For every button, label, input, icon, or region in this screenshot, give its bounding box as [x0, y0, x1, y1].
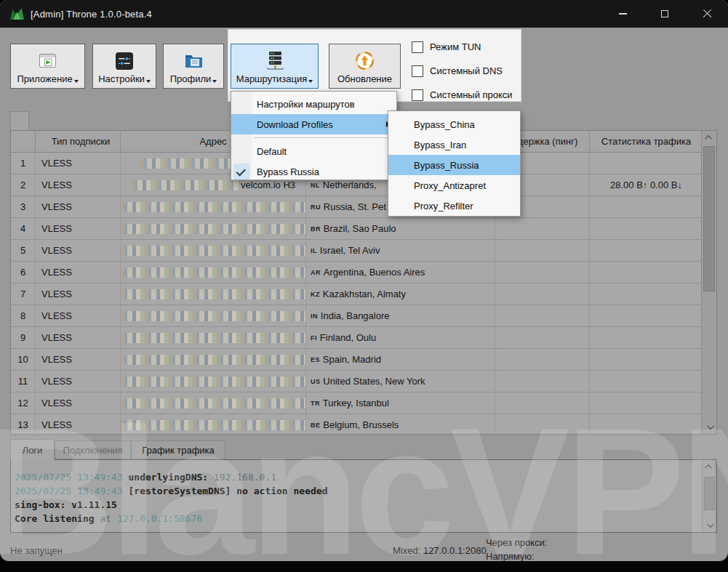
- cell-type: VLESS: [36, 174, 121, 196]
- toolbar-button-update[interactable]: Обновление: [329, 44, 401, 89]
- profiles-submenu: Bypass_ChinaBypass_IranBypass_RussiaProx…: [388, 110, 521, 217]
- chevron-up-icon: [705, 464, 712, 472]
- app-window: [Admin] Throne 1.0.0-beta.4 ПриложениеНа…: [0, 0, 728, 561]
- toolbar-button-settings[interactable]: Настройки: [92, 44, 156, 89]
- table-row[interactable]: 10VLESSESSpain, Madrid: [11, 349, 716, 371]
- minimize-button[interactable]: [601, 0, 644, 28]
- cell-type: VLESS: [36, 305, 121, 326]
- cell-address: [121, 196, 306, 217]
- cell-num: 1: [11, 153, 36, 174]
- cell-traffic: [590, 240, 703, 261]
- cell-num: 8: [11, 305, 36, 326]
- cell-traffic: [590, 414, 703, 435]
- table-row[interactable]: 5VLESSILIsrael, Tel Aviv: [11, 240, 716, 262]
- column-header-num[interactable]: [11, 131, 36, 152]
- scroll-down-button[interactable]: [702, 420, 716, 434]
- submenu-item-proxy_antizapret[interactable]: Proxy_Antizapret: [388, 175, 520, 196]
- log-line: 2025/07/25 13:49:43 [restoreSystemDNS] n…: [15, 484, 327, 498]
- blurred-address: [121, 246, 305, 256]
- cell-type: VLESS: [36, 327, 121, 348]
- country-name: Spain, Madrid: [323, 354, 381, 365]
- log-scroll-down-button[interactable]: [703, 518, 716, 532]
- chevron-down-icon: [706, 422, 713, 430]
- sliders-icon: [115, 48, 134, 73]
- table-row[interactable]: 11VLESSUSUnited States, New York: [11, 371, 716, 392]
- submenu-item-bypass_china[interactable]: Bypass_China: [388, 114, 520, 134]
- checkbox-tun[interactable]: Режим TUN: [404, 35, 521, 59]
- menu-item-bypass-russia[interactable]: Bypass Russia: [231, 161, 396, 182]
- dropdown-caret-icon: [308, 80, 313, 83]
- table-row[interactable]: 8VLESSINIndia, Bangalore: [11, 305, 716, 327]
- close-button[interactable]: [686, 0, 728, 28]
- table-row[interactable]: 12VLESSTRTurkey, Istanbul: [11, 392, 716, 414]
- menu-item-download-profiles[interactable]: Download Profiles: [231, 114, 396, 134]
- country-code: IL: [311, 247, 317, 254]
- log-segment: 2025/07/25 13:49:43: [15, 472, 129, 483]
- cell-type: VLESS: [36, 414, 121, 435]
- country-code: NL: [311, 182, 320, 189]
- column-header-type[interactable]: Тип подписки: [36, 131, 121, 152]
- cell-type: VLESS: [36, 196, 121, 217]
- cell-num: 11: [11, 371, 36, 392]
- checkbox-label: Режим TUN: [430, 41, 481, 52]
- app-logo-icon: [9, 7, 25, 21]
- cell-type: VLESS: [36, 349, 121, 370]
- country-name: Kazakhstan, Almaty: [323, 289, 406, 299]
- toolbar-button-application[interactable]: Приложение: [10, 44, 85, 89]
- tab-connections[interactable]: Подключения: [55, 440, 131, 459]
- checkbox-system-dns[interactable]: Системный DNS: [404, 59, 521, 83]
- column-header-traffic[interactable]: Статистика трафика: [590, 131, 703, 152]
- table-row[interactable]: 6VLESSARArgentina, Buenos Aires: [11, 262, 716, 283]
- toolbar-button-label: Профили: [170, 73, 217, 84]
- blurred-address: [121, 333, 305, 343]
- table-row[interactable]: 4VLESSBRBrazil, Sao Paulo: [11, 218, 716, 240]
- menu-item-default[interactable]: Default: [231, 141, 396, 161]
- maximize-icon: [661, 10, 668, 17]
- submenu-item-label: Bypass_Iran: [414, 140, 466, 150]
- toolbar-button-routing[interactable]: Маршрутизация: [231, 44, 319, 89]
- cell-traffic: [590, 305, 703, 326]
- log-scrollbar[interactable]: [702, 460, 716, 532]
- log-scroll-up-button[interactable]: [703, 460, 716, 474]
- submenu-item-label: Proxy_Refilter: [414, 201, 473, 212]
- table-row[interactable]: 9VLESSFIFinland, Oulu: [11, 327, 716, 349]
- scroll-up-button[interactable]: [702, 131, 716, 145]
- scroll-thumb[interactable]: [703, 146, 715, 291]
- log-line: Core listening at 127.0.0.1:58676: [15, 512, 327, 525]
- log-line: 2025/07/25 13:49:43 underlyingDNS: 192.1…: [15, 470, 327, 484]
- cell-address: [121, 218, 306, 239]
- toolbar-button-profiles[interactable]: Профили: [163, 44, 224, 89]
- submenu-item-proxy_refilter[interactable]: Proxy_Refilter: [388, 196, 520, 216]
- menu-separator: [254, 137, 395, 138]
- submenu-item-bypass_iran[interactable]: Bypass_Iran: [388, 134, 520, 155]
- cell-traffic: [590, 153, 703, 174]
- menu-item-route-settings[interactable]: Настройки маршрутов: [231, 94, 396, 114]
- menu-check-icon: [233, 164, 249, 180]
- blurred-address: [121, 420, 305, 430]
- maximize-button[interactable]: [644, 0, 686, 28]
- status-mixed: Mixed: 127.0.0.1:2080: [393, 545, 487, 556]
- submenu-item-label: Bypass_China: [414, 119, 475, 130]
- table-row[interactable]: 3VLESSRURussia, St. Pet: [11, 196, 716, 218]
- table-scrollbar[interactable]: [701, 131, 716, 434]
- submenu-item-label: Proxy_Antizapret: [414, 180, 486, 191]
- submenu-item-bypass_russia[interactable]: Bypass_Russia: [388, 155, 520, 175]
- cell-traffic: [590, 283, 703, 305]
- tab-logs[interactable]: Логи: [10, 439, 55, 460]
- table-row[interactable]: 7VLESSKZKazakhstan, Almaty: [11, 283, 716, 305]
- close-icon: [703, 9, 712, 19]
- log-scroll-thumb[interactable]: [704, 477, 715, 510]
- blurred-address: [131, 180, 239, 190]
- tab-traffic-graph[interactable]: График трафика: [131, 440, 225, 459]
- cell-address: [121, 414, 306, 435]
- group-tab[interactable]: [10, 111, 29, 130]
- country-name: Russia, St. Pet: [324, 201, 386, 212]
- cell-num: 12: [11, 392, 36, 414]
- checkbox-system-proxy[interactable]: Системный прокси: [404, 83, 521, 107]
- checkbox-label: Системный DNS: [430, 65, 503, 76]
- dropdown-caret-icon: [74, 80, 79, 83]
- table-row[interactable]: 13VLESSBEBelgium, Brussels: [11, 414, 716, 436]
- cell-location: ARArgentina, Buenos Aires: [306, 262, 495, 283]
- routing-menu: Настройки маршрутовDownload ProfilesDefa…: [231, 91, 397, 180]
- cell-num: 2: [11, 174, 36, 196]
